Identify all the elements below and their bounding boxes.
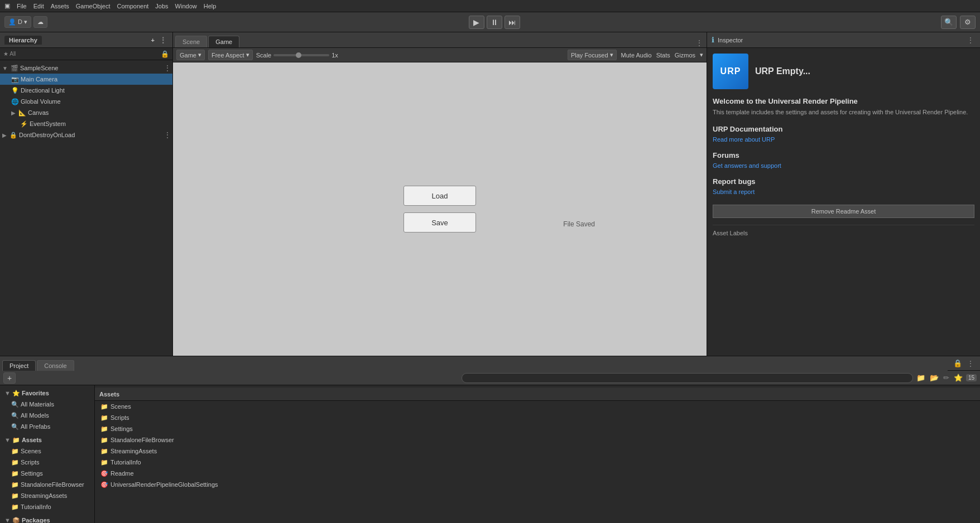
tab-console[interactable]: Console <box>37 360 74 371</box>
assets-item-streaming[interactable]: 📁 StreamingAssets <box>0 490 94 501</box>
tab-game[interactable]: Game <box>208 36 239 47</box>
settings-button[interactable]: ⚙ <box>960 16 976 29</box>
favorites-item-all-materials[interactable]: 🔍 All Materials <box>0 399 94 410</box>
urp-doc-link[interactable]: Read more about URP <box>713 136 775 143</box>
welcome-desc: This template includes the settings and … <box>713 108 974 117</box>
hierarchy-item-directionallight[interactable]: 💡 Directional Light <box>0 85 172 96</box>
file-item-tutorial[interactable]: 📁 TutorialInfo <box>95 457 980 468</box>
scale-slider-thumb[interactable] <box>296 52 301 58</box>
file-item-settings[interactable]: 📁 Settings <box>95 423 980 434</box>
assets-item-settings[interactable]: 📁 Settings <box>0 468 94 479</box>
menu-item-window[interactable]: Window <box>175 3 197 9</box>
folder-icon: 📁 <box>100 448 108 455</box>
remove-readme-button[interactable]: Remove Readme Asset <box>713 205 974 218</box>
item-label: All Materials <box>21 401 54 408</box>
hierarchy-tab[interactable]: Hierarchy <box>4 36 42 45</box>
folder-icon[interactable]: 📁 <box>915 372 926 383</box>
account-button[interactable]: 👤 D ▾ <box>4 16 31 28</box>
hierarchy-item-label: Canvas <box>28 109 49 116</box>
save-button[interactable]: Save <box>403 212 476 233</box>
file-item-scenes[interactable]: 📁 Scenes <box>95 401 980 412</box>
play-focused-arrow: ▾ <box>610 51 613 59</box>
favorites-arrow: ▼ <box>4 390 11 396</box>
hierarchy-item-canvas[interactable]: ▶ 📐 Canvas <box>0 107 172 118</box>
report-bugs-link[interactable]: Submit a report <box>713 188 755 195</box>
dontdestroy-icon: 🔒 <box>9 132 17 139</box>
packages-group[interactable]: ▼ 📦 Packages <box>0 515 94 523</box>
welcome-title: Welcome to the Universal Render Pipeline <box>713 97 974 105</box>
hierarchy-lock-icon[interactable]: 🔒 <box>161 50 169 58</box>
hierarchy-item-dontdestroyonload[interactable]: ▶ 🔒 DontDestroyOnLoad ⋮ <box>0 129 172 141</box>
menu-item-help[interactable]: Help <box>204 3 217 9</box>
assets-group[interactable]: ▼ 📁 Assets <box>0 434 94 445</box>
cloud-button[interactable]: ☁ <box>33 16 47 28</box>
hierarchy-item-maincamera[interactable]: 📷 Main Camera <box>0 74 172 85</box>
menu-logo[interactable]: ▣ <box>4 2 10 9</box>
lock-icon[interactable]: 🔒 <box>952 358 963 369</box>
file-item-streaming[interactable]: 📁 StreamingAssets <box>95 445 980 457</box>
folder-open-icon[interactable]: 📂 <box>929 372 940 383</box>
menu-item-component[interactable]: Component <box>117 3 148 9</box>
hierarchy-item-label: SampleScene <box>20 65 59 71</box>
tab-project[interactable]: Project <box>2 360 36 371</box>
folder-icon: 📁 <box>100 425 108 433</box>
folder-icon: 📁 <box>11 448 19 455</box>
play-focused-dropdown[interactable]: Play Focused ▾ <box>568 50 617 60</box>
canvas-icon: 📐 <box>18 109 26 117</box>
edit-icon[interactable]: ✏ <box>942 372 950 383</box>
stats-label[interactable]: Stats <box>656 52 670 59</box>
play-button[interactable]: ▶ <box>469 16 484 29</box>
main-content: Hierarchy + ⋮ ★ All 🔒 ▼ 🎬 SampleScene ⋮ … <box>0 32 980 356</box>
favorites-item-all-models[interactable]: 🔍 All Models <box>0 410 94 421</box>
menu-item-file[interactable]: File <box>17 3 27 9</box>
hierarchy-item-eventsystem[interactable]: ⚡ EventSystem <box>0 118 172 129</box>
step-button[interactable]: ⏭ <box>505 16 520 29</box>
tab-scene[interactable]: Scene <box>175 36 207 47</box>
aspect-dropdown[interactable]: Free Aspect ▾ <box>208 50 253 60</box>
star-icon[interactable]: ⭐ <box>953 372 964 383</box>
project-add-button[interactable]: + <box>3 372 16 384</box>
forums-link[interactable]: Get answers and support <box>713 162 781 169</box>
hierarchy-item-samplescene[interactable]: ▼ 🎬 SampleScene ⋮ <box>0 62 172 74</box>
inspector-title[interactable]: Inspector <box>718 37 743 43</box>
item-menu-icon[interactable]: ⋮ <box>162 130 172 139</box>
hierarchy-item-globalvolume[interactable]: 🌐 Global Volume <box>0 96 172 107</box>
menu-item-jobs[interactable]: Jobs <box>155 3 168 9</box>
assets-item-tutorial[interactable]: 📁 TutorialInfo <box>0 501 94 512</box>
tabs-menu-icon[interactable]: ⋮ <box>694 38 704 47</box>
game-label: Game <box>180 52 196 59</box>
favorites-group[interactable]: ▼ ⭐ Favorites <box>0 388 94 399</box>
mute-audio-label[interactable]: Mute Audio <box>621 52 652 59</box>
file-item-urp-settings[interactable]: 🎯 UniversalRenderPipelineGlobalSettings <box>95 479 980 490</box>
scale-slider-track[interactable] <box>273 54 329 56</box>
forums-title: Forums <box>713 151 974 159</box>
project-search-input[interactable] <box>462 373 913 383</box>
menu-item-edit[interactable]: Edit <box>33 3 44 9</box>
main-folder-label: Assets <box>99 391 119 398</box>
project-toolbar: + 📁 📂 ✏ ⭐ 15 <box>0 371 980 385</box>
pause-button[interactable]: ⏸ <box>487 16 502 29</box>
item-label: UniversalRenderPipelineGlobalSettings <box>111 481 218 488</box>
item-label: StandaloneFileBrowser <box>21 481 84 488</box>
hierarchy-add-icon[interactable]: + <box>151 37 155 43</box>
panel-menu-icon[interactable]: ⋮ <box>965 359 976 368</box>
assets-item-scenes[interactable]: 📁 Scenes <box>0 445 94 457</box>
search-button[interactable]: 🔍 <box>941 16 957 29</box>
gizmos-label[interactable]: Gizmos <box>675 52 695 59</box>
menu-item-gameobject[interactable]: GameObject <box>76 3 111 9</box>
item-label: Settings <box>21 470 43 477</box>
settings-icon: ⚙ <box>964 18 971 26</box>
assets-item-standalone[interactable]: 📁 StandaloneFileBrowser <box>0 479 94 490</box>
load-button[interactable]: Load <box>403 186 476 206</box>
menu-item-assets[interactable]: Assets <box>51 3 69 9</box>
file-item-standalone[interactable]: 📁 StandaloneFileBrowser <box>95 434 980 445</box>
file-item-readme[interactable]: 🎯 Readme <box>95 468 980 479</box>
urp-doc-title: URP Documentation <box>713 125 974 133</box>
file-item-scripts[interactable]: 📁 Scripts <box>95 412 980 423</box>
item-menu-icon[interactable]: ⋮ <box>162 64 172 72</box>
hierarchy-menu-icon[interactable]: ⋮ <box>158 36 168 45</box>
game-dropdown[interactable]: Game ▾ <box>176 50 205 60</box>
inspector-menu-icon[interactable]: ⋮ <box>965 36 976 45</box>
assets-item-scripts[interactable]: 📁 Scripts <box>0 457 94 468</box>
favorites-item-all-prefabs[interactable]: 🔍 All Prefabs <box>0 421 94 432</box>
